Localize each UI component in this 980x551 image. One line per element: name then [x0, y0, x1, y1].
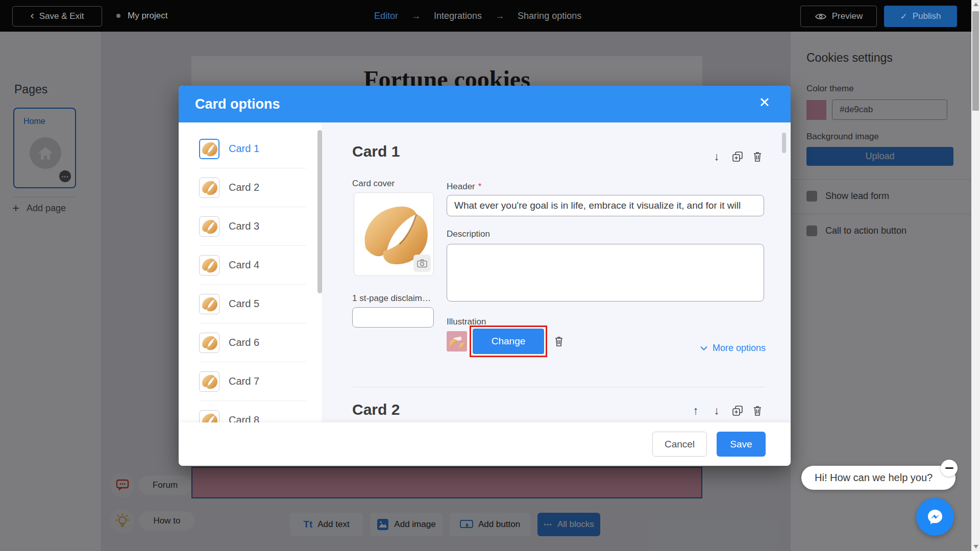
cookie-thumbnail: [199, 216, 219, 237]
cookie-thumbnail: [199, 410, 219, 423]
card-list-item-6[interactable]: Card 6: [199, 323, 306, 362]
change-illustration-button[interactable]: Change: [473, 329, 544, 354]
breadcrumb-integrations[interactable]: Integrations: [434, 11, 482, 21]
card-list-item-5[interactable]: Card 5: [199, 285, 306, 323]
delete-icon[interactable]: [749, 148, 766, 165]
required-asterisk: *: [478, 182, 482, 191]
card-description-input[interactable]: [447, 244, 764, 302]
breadcrumb: Editor → Integrations → Sharing options: [374, 0, 581, 32]
project-name[interactable]: My project: [116, 0, 167, 32]
move-up-icon[interactable]: ↑: [687, 402, 704, 419]
save-exit-label: Save & Exit: [39, 11, 84, 21]
description-label: Description: [447, 229, 490, 239]
disclaimer-input[interactable]: [352, 307, 434, 328]
modal-scrollbar[interactable]: [782, 133, 786, 153]
minimize-chat-icon[interactable]: [941, 460, 958, 477]
top-bar: ‹ Save & Exit My project Editor → Integr…: [0, 0, 980, 32]
breadcrumb-editor[interactable]: Editor: [374, 11, 398, 21]
duplicate-icon[interactable]: [729, 402, 746, 419]
illustration-thumbnail[interactable]: [447, 331, 467, 352]
camera-icon[interactable]: [413, 255, 431, 272]
scrollbar-thumb[interactable]: [972, 11, 979, 111]
modal-header: Card options ✕: [179, 86, 791, 122]
scroll-up-icon[interactable]: [973, 3, 978, 6]
cookie-thumbnail: [199, 371, 219, 392]
cookie-thumbnail: [199, 255, 219, 276]
delete-illustration-icon[interactable]: [550, 333, 568, 350]
eye-icon: [815, 13, 827, 20]
more-options-link[interactable]: More options: [694, 343, 766, 354]
close-icon[interactable]: ✕: [758, 96, 770, 110]
list-scrollbar[interactable]: [317, 130, 322, 293]
cookie-thumbnail: [199, 294, 219, 314]
card-list-item-1[interactable]: Card 1: [199, 130, 306, 168]
cookie-thumbnail: [199, 178, 219, 198]
divider: [352, 387, 766, 387]
card-item-label: Card 2: [229, 182, 259, 193]
card-item-label: Card 5: [229, 298, 259, 310]
arrow-right-icon: →: [411, 11, 421, 21]
card-item-label: Card 4: [229, 259, 259, 271]
cancel-button[interactable]: Cancel: [652, 432, 707, 457]
move-down-icon[interactable]: ↓: [708, 148, 725, 165]
card-cover-label: Card cover: [352, 179, 395, 189]
header-label: Header*: [447, 182, 481, 192]
preview-label: Preview: [832, 11, 863, 21]
modal-footer: Cancel Save: [179, 422, 791, 466]
modal-title: Card options: [195, 96, 280, 112]
card-item-label: Card 6: [229, 337, 259, 348]
publish-button[interactable]: ✓ Publish: [884, 6, 957, 27]
card-list-item-2[interactable]: Card 2: [199, 168, 306, 207]
preview-button[interactable]: Preview: [800, 6, 877, 27]
chat-greeting-bubble[interactable]: Hi! How can we help you?: [801, 466, 955, 490]
card-list-item-3[interactable]: Card 3: [199, 207, 306, 246]
back-chevron-icon: ‹: [30, 10, 34, 21]
card-item-label: Card 1: [229, 143, 259, 155]
card-item-label: Card 8: [229, 414, 259, 422]
messenger-icon[interactable]: [916, 498, 954, 536]
card-options-modal: Card options ✕ Card 1 Card 2 Card 3 Card…: [179, 86, 791, 466]
project-dot-icon: [116, 14, 120, 18]
save-button[interactable]: Save: [717, 432, 766, 457]
more-options-label: More options: [713, 343, 766, 354]
card-header-input[interactable]: [447, 195, 764, 216]
browser-scrollbar[interactable]: [971, 0, 980, 551]
publish-label: Publish: [913, 11, 941, 21]
project-name-label: My project: [128, 11, 167, 21]
delete-icon[interactable]: [749, 402, 766, 419]
card-list-item-7[interactable]: Card 7: [199, 362, 306, 401]
save-exit-button[interactable]: ‹ Save & Exit: [12, 6, 102, 27]
scroll-down-icon[interactable]: [973, 545, 978, 548]
move-down-icon[interactable]: ↓: [708, 402, 725, 419]
cookie-thumbnail: [199, 139, 219, 159]
cookie-thumbnail: [199, 333, 219, 353]
arrow-right-icon: →: [495, 11, 504, 21]
card2-heading: Card 2: [352, 401, 400, 418]
card-list-item-8[interactable]: Card 8: [199, 401, 306, 422]
card-list-item-4[interactable]: Card 4: [199, 246, 306, 285]
check-icon: ✓: [900, 11, 907, 22]
chevron-down-icon: [700, 346, 707, 350]
card-item-label: Card 3: [229, 220, 259, 232]
duplicate-icon[interactable]: [729, 148, 746, 165]
card-item-label: Card 7: [229, 375, 259, 387]
disclaimer-label: 1 st-page disclaim…: [352, 293, 433, 304]
card-cover-preview[interactable]: [354, 192, 434, 276]
card-list: Card 1 Card 2 Card 3 Card 4 Card 5 Card …: [179, 122, 322, 422]
breadcrumb-sharing-options[interactable]: Sharing options: [518, 11, 581, 21]
card-detail-heading: Card 1: [352, 143, 400, 160]
